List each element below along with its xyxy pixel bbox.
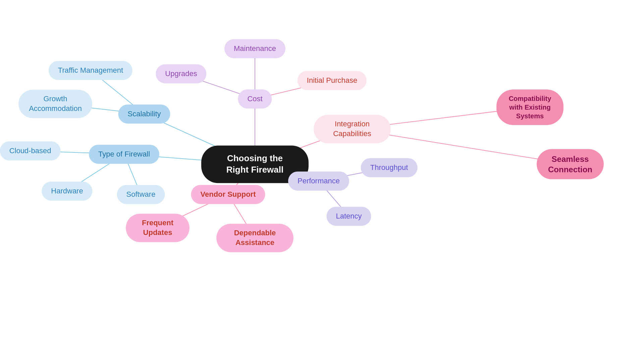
node-cost[interactable]: Cost <box>238 89 272 109</box>
node-throughput[interactable]: Throughput <box>361 158 418 177</box>
node-dependable[interactable]: Dependable Assistance <box>216 224 293 252</box>
node-seamless[interactable]: Seamless Connection <box>537 149 604 179</box>
node-latency[interactable]: Latency <box>326 207 371 226</box>
node-traffic[interactable]: Traffic Management <box>49 61 132 80</box>
node-maintenance[interactable]: Maintenance <box>224 39 285 58</box>
node-compatibility[interactable]: Compatibility with Existing Systems <box>496 89 564 125</box>
node-scalability[interactable]: Scalability <box>118 105 170 124</box>
node-initialPurchase[interactable]: Initial Purchase <box>298 71 367 90</box>
mindmap-canvas: Choosing the Right FirewallScalabilityTr… <box>0 0 644 363</box>
node-frequentUpdates[interactable]: Frequent Updates <box>126 214 190 242</box>
node-typeFirewall[interactable]: Type of Firewall <box>89 145 159 164</box>
node-hardware[interactable]: Hardware <box>42 182 92 201</box>
node-cloudbased[interactable]: Cloud-based <box>0 141 60 161</box>
node-integration[interactable]: Integration Capabilities <box>314 115 391 143</box>
node-upgrades[interactable]: Upgrades <box>156 64 206 83</box>
node-software[interactable]: Software <box>117 185 165 204</box>
node-growth[interactable]: Growth Accommodation <box>18 89 92 118</box>
node-performance[interactable]: Performance <box>288 172 349 191</box>
node-vendorSupport[interactable]: Vendor Support <box>191 185 265 204</box>
